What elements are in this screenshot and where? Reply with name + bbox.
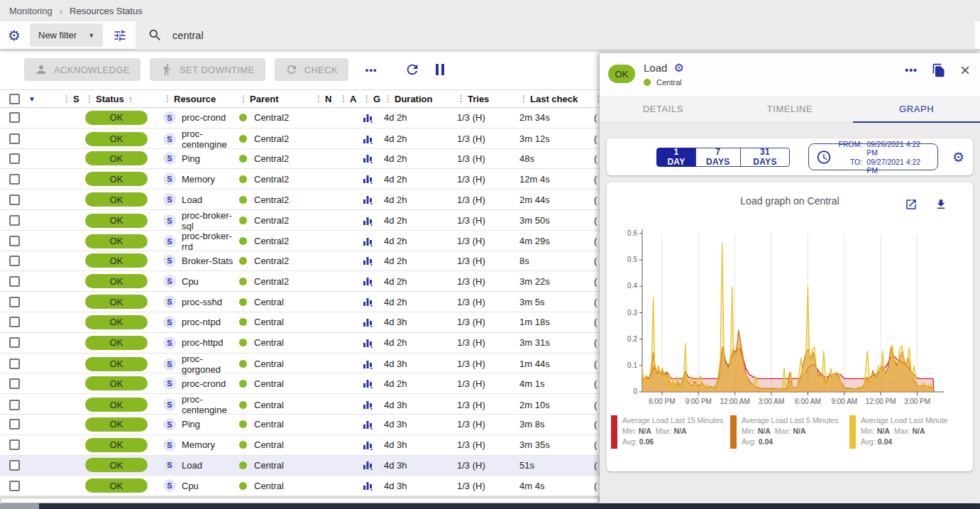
graph-options-gear-icon[interactable]: ⚙ bbox=[952, 149, 964, 165]
table-row[interactable]: OK Sproc-crond Central 4d 2h 1/3 (H) 4m … bbox=[0, 373, 610, 394]
table-row[interactable]: OK Sproc-crond Central2 4d 2h 1/3 (H) 2m… bbox=[0, 108, 610, 128]
column-action[interactable]: ⋮A bbox=[339, 94, 363, 104]
row-checkbox[interactable] bbox=[9, 276, 20, 287]
panel-more-icon[interactable]: ••• bbox=[905, 65, 918, 76]
table-row[interactable]: OK Sproc-sshd Central 4d 2h 1/3 (H) 3m 5… bbox=[0, 292, 610, 312]
graph-chart-icon[interactable] bbox=[363, 236, 384, 246]
table-row[interactable]: OK SPing Central 4d 3h 1/3 (H) 3m 8s ( bbox=[0, 415, 610, 435]
tune-filter-icon[interactable] bbox=[113, 28, 127, 43]
filter-settings-gear-icon[interactable]: ⚙ bbox=[3, 27, 26, 44]
select-menu-caret-icon[interactable]: ▼ bbox=[28, 95, 62, 103]
graph-chart-icon[interactable] bbox=[363, 460, 384, 470]
breadcrumb-monitoring[interactable]: Monitoring bbox=[9, 6, 53, 16]
row-checkbox[interactable] bbox=[9, 112, 20, 123]
row-checkbox[interactable] bbox=[9, 256, 20, 266]
table-row[interactable]: OK SLoad Central2 4d 2h 1/3 (H) 2m 44s ( bbox=[0, 190, 610, 210]
tab-graph[interactable]: GRAPH bbox=[853, 96, 980, 122]
table-row[interactable]: OK SMemory Central2 4d 2h 1/3 (H) 12m 4s… bbox=[0, 169, 610, 190]
select-all-checkbox[interactable] bbox=[9, 94, 20, 104]
legend-item[interactable]: Average Load Last 15 Minutes Min: N/A Ma… bbox=[611, 415, 730, 449]
table-row[interactable]: OK SBroker-Stats Central2 4d 2h 1/3 (H) … bbox=[0, 251, 610, 272]
load-graph[interactable]: 00.10.20.30.40.50.66:00 PM9:00 PM12:00 A… bbox=[607, 226, 973, 405]
row-checkbox[interactable] bbox=[9, 460, 20, 471]
table-row[interactable]: OK Sproc-broker-rrd Central2 4d 2h 1/3 (… bbox=[0, 231, 610, 251]
column-status[interactable]: ⋮Status↑ bbox=[85, 94, 163, 104]
row-checkbox[interactable] bbox=[9, 133, 20, 144]
row-checkbox[interactable] bbox=[9, 236, 20, 246]
check-button[interactable]: CHECK bbox=[275, 58, 349, 81]
row-checkbox[interactable] bbox=[9, 419, 20, 429]
more-actions-button[interactable]: ••• bbox=[358, 58, 385, 81]
table-row[interactable]: OK Sproc-gorgoned Central 4d 3h 1/3 (H) … bbox=[0, 354, 610, 374]
from-to-picker[interactable]: FROM: 09/26/2021 4:22 PM TO: 09/27/2021 … bbox=[808, 143, 938, 170]
row-checkbox[interactable] bbox=[9, 195, 20, 205]
graph-chart-icon[interactable] bbox=[363, 113, 384, 123]
open-in-new-icon[interactable] bbox=[905, 198, 918, 211]
table-row[interactable]: OK SCpu Central2 4d 2h 1/3 (H) 3m 22s ( bbox=[0, 271, 610, 292]
scrollbar-thumb[interactable] bbox=[0, 498, 600, 503]
close-panel-icon[interactable]: × bbox=[960, 63, 970, 77]
graph-chart-icon[interactable] bbox=[363, 359, 384, 369]
column-tries[interactable]: ⋮Tries bbox=[457, 94, 519, 104]
tab-timeline[interactable]: TIMELINE bbox=[727, 96, 854, 122]
graph-chart-icon[interactable] bbox=[363, 338, 384, 348]
graph-chart-icon[interactable] bbox=[363, 195, 384, 204]
table-row[interactable]: OK SCpu Central 4d 3h 1/3 (H) 4m 4s ( bbox=[0, 476, 610, 496]
graph-chart-icon[interactable] bbox=[363, 317, 384, 327]
row-checkbox[interactable] bbox=[9, 378, 20, 389]
table-row[interactable]: OK Sproc-broker-sql Central2 4d 2h 1/3 (… bbox=[0, 210, 610, 231]
table-row[interactable]: OK Sproc-httpd Central 4d 2h 1/3 (H) 3m … bbox=[0, 333, 610, 354]
table-row[interactable]: OK SPing Central2 4d 2h 1/3 (H) 48s ( bbox=[0, 149, 610, 170]
column-graph[interactable]: ⋮G bbox=[363, 94, 384, 104]
search-input[interactable] bbox=[172, 30, 456, 41]
graph-chart-icon[interactable] bbox=[363, 134, 384, 144]
window-bottom-scrollbar[interactable] bbox=[0, 503, 980, 509]
row-checkbox[interactable] bbox=[9, 174, 20, 185]
tab-details[interactable]: DETAILS bbox=[600, 96, 727, 122]
acknowledge-button[interactable]: ACKNOWLEDGE bbox=[24, 58, 141, 81]
graph-chart-icon[interactable] bbox=[363, 420, 384, 429]
graph-chart-icon[interactable] bbox=[363, 297, 384, 307]
range-button-1-day[interactable]: 1 DAY bbox=[656, 148, 696, 167]
pause-icon[interactable] bbox=[436, 64, 444, 75]
row-checkbox[interactable] bbox=[9, 439, 20, 450]
download-icon[interactable] bbox=[935, 198, 947, 211]
range-button-31-days[interactable]: 31 DAYS bbox=[740, 148, 790, 167]
graph-chart-icon[interactable] bbox=[363, 400, 384, 410]
column-severity[interactable]: ⋮S bbox=[62, 94, 85, 104]
graph-chart-icon[interactable] bbox=[363, 481, 384, 491]
graph-chart-icon[interactable] bbox=[363, 276, 384, 286]
row-checkbox[interactable] bbox=[9, 481, 20, 491]
column-parent[interactable]: ⋮Parent bbox=[239, 94, 314, 104]
table-row[interactable]: OK SLoad Central 4d 3h 1/3 (H) 51s ( bbox=[0, 456, 610, 476]
breadcrumb-resources-status[interactable]: Resources Status bbox=[70, 6, 143, 16]
legend-item[interactable]: Average Load Last Minute Min: N/A Max: N… bbox=[849, 415, 969, 449]
refresh-icon[interactable] bbox=[404, 62, 420, 77]
column-last-check[interactable]: ⋮Last check bbox=[519, 94, 594, 104]
row-checkbox[interactable] bbox=[9, 153, 20, 164]
set-downtime-button[interactable]: SET DOWNTIME bbox=[150, 58, 265, 81]
graph-chart-icon[interactable] bbox=[363, 216, 384, 226]
row-checkbox[interactable] bbox=[9, 359, 20, 369]
column-resource[interactable]: ⋮Resource bbox=[163, 94, 239, 104]
graph-chart-icon[interactable] bbox=[363, 153, 384, 163]
panel-settings-gear-icon[interactable]: ⚙ bbox=[673, 61, 683, 75]
range-button-7-days[interactable]: 7 DAYS bbox=[695, 148, 741, 167]
table-row[interactable]: OK Sproc-ntpd Central 4d 3h 1/3 (H) 1m 1… bbox=[0, 312, 610, 333]
row-checkbox[interactable] bbox=[9, 215, 20, 226]
graph-chart-icon[interactable] bbox=[363, 378, 384, 388]
column-notes[interactable]: ⋮N bbox=[314, 94, 339, 104]
new-filter-dropdown[interactable]: New filter ▼ bbox=[30, 23, 103, 47]
copy-link-icon[interactable] bbox=[932, 63, 946, 77]
graph-chart-icon[interactable] bbox=[363, 440, 384, 450]
table-row[interactable]: OK Sproc-centengine Central 4d 3h 1/3 (H… bbox=[0, 394, 610, 415]
graph-chart-icon[interactable] bbox=[363, 174, 384, 184]
row-checkbox[interactable] bbox=[9, 297, 20, 307]
table-row[interactable]: OK SMemory Central 4d 3h 1/3 (H) 3m 35s … bbox=[0, 435, 610, 456]
legend-item[interactable]: Average Load Last 5 Minutes Min: N/A Max… bbox=[730, 415, 849, 449]
table-row[interactable]: OK Sproc-centengine Central2 4d 2h 1/3 (… bbox=[0, 128, 610, 149]
row-checkbox[interactable] bbox=[9, 317, 20, 327]
column-duration[interactable]: ⋮Duration bbox=[384, 94, 457, 104]
table-horizontal-scrollbar[interactable] bbox=[0, 496, 602, 503]
row-checkbox[interactable] bbox=[9, 400, 20, 410]
